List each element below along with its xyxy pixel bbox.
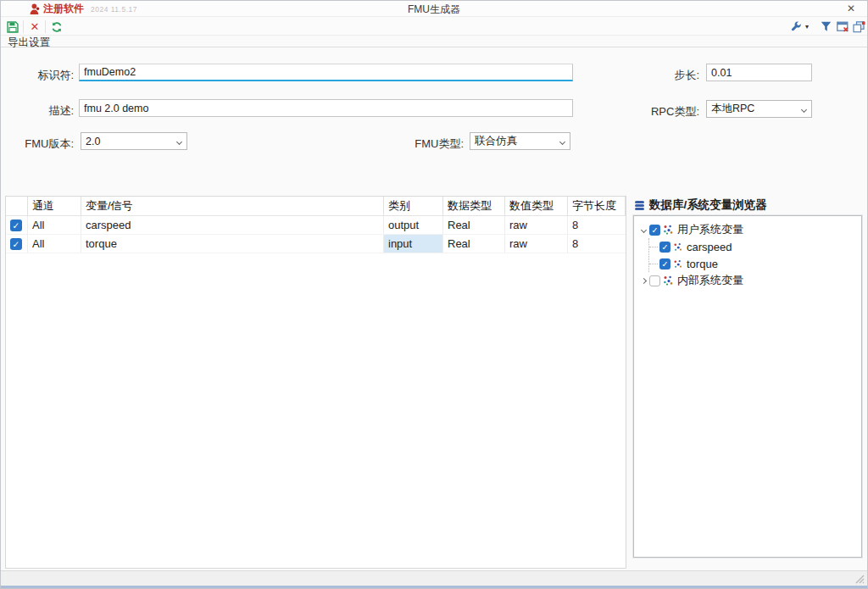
save-button[interactable]	[5, 19, 20, 34]
filter-icon	[821, 21, 832, 32]
chevron-down-icon	[176, 139, 182, 145]
header-checkbox-cell	[6, 197, 28, 215]
tree-item-user-variables[interactable]: ✓ 用户系统变量	[637, 221, 858, 238]
tree-checkbox[interactable]: ✓	[649, 275, 660, 286]
variables-table: 通道 变量/信号 类别 数据类型 数值类型 字节长度 ✓ All carspee…	[5, 196, 626, 569]
rpc-type-value: 本地RPC	[711, 102, 754, 116]
close-button[interactable]: ✕	[843, 2, 859, 15]
tree-item-label: carspeed	[687, 241, 732, 253]
identifier-input[interactable]	[79, 64, 573, 81]
step-label: 步长:	[642, 68, 699, 83]
delete-button[interactable]: ✕	[27, 19, 42, 34]
tree-item-label: 用户系统变量	[677, 222, 743, 237]
tree-checkbox[interactable]: ✓	[649, 225, 660, 236]
cell-channel: All	[28, 216, 81, 234]
titlebar: 注册软件 2024 11.5.17 FMU生成器 ✕	[1, 1, 867, 17]
column-header-byte-length[interactable]: 字节长度	[568, 197, 626, 215]
window-title: FMU生成器	[1, 3, 867, 17]
cell-data-type: Real	[443, 235, 505, 253]
table-row[interactable]: ✓ All carspeed output Real raw 8	[6, 216, 626, 235]
chevron-down-icon: ▾	[805, 23, 809, 31]
variable-group-icon	[663, 275, 673, 286]
cell-byte-length: 8	[568, 216, 626, 234]
copy-icon	[853, 21, 865, 33]
column-header-category[interactable]: 类别	[384, 197, 443, 215]
cell-variable: torque	[81, 235, 384, 253]
toolbar: ✕ ▾	[1, 18, 867, 36]
cell-data-type: Real	[443, 216, 505, 234]
refresh-icon	[51, 21, 63, 33]
tree-item-internal-variables[interactable]: ✓ 内部系统变量	[637, 272, 858, 289]
window-bottom-edge	[1, 586, 867, 589]
description-label: 描述:	[9, 103, 74, 119]
cell-channel: All	[28, 235, 81, 253]
cell-value-type: raw	[505, 235, 568, 253]
column-header-variable[interactable]: 变量/信号	[81, 197, 384, 215]
cell-value-type: raw	[505, 216, 568, 234]
row-checkbox-cell: ✓	[6, 216, 28, 234]
chevron-down-icon	[801, 107, 807, 113]
dock-header: 导出设置	[1, 36, 867, 47]
tree-connector	[649, 264, 658, 264]
filter-button[interactable]	[818, 19, 833, 34]
variable-browser-header: 数据库/系统变量浏览器	[634, 197, 862, 214]
chevron-down-icon	[640, 226, 646, 232]
tree-item-label: torque	[687, 258, 718, 270]
fmu-generator-window: 注册软件 2024 11.5.17 FMU生成器 ✕ ✕	[0, 0, 868, 589]
column-header-value-type[interactable]: 数值类型	[505, 197, 568, 215]
column-header-channel[interactable]: 通道	[28, 197, 81, 215]
cell-category-selected: input	[384, 235, 443, 253]
cell-category: output	[384, 216, 443, 234]
table-row[interactable]: ✓ All torque input Real raw 8	[6, 235, 626, 253]
column-header-data-type[interactable]: 数据类型	[443, 197, 505, 215]
wrench-icon	[790, 21, 802, 33]
fmu-type-label: FMU类型:	[399, 136, 464, 152]
tree-item-label: 内部系统变量	[677, 273, 743, 288]
database-icon	[634, 200, 645, 211]
copy-button[interactable]	[851, 19, 866, 34]
delete-icon: ✕	[31, 21, 40, 32]
row-checkbox[interactable]: ✓	[10, 219, 22, 231]
tree-connector	[649, 247, 658, 247]
tree-item-torque[interactable]: ✓ torque	[649, 255, 858, 272]
refresh-button[interactable]	[49, 19, 64, 34]
row-checkbox[interactable]: ✓	[10, 238, 22, 250]
identifier-label: 标识符:	[9, 68, 74, 83]
tools-dropdown-button[interactable]: ▾	[802, 19, 812, 34]
tree-checkbox[interactable]: ✓	[659, 242, 670, 253]
fmu-type-value: 联合仿真	[475, 134, 517, 148]
status-bar	[1, 570, 867, 586]
fmu-version-label: FMU版本:	[9, 136, 74, 152]
rpc-type-select[interactable]: 本地RPC	[706, 100, 812, 118]
fmu-type-select[interactable]: 联合仿真	[470, 132, 570, 150]
step-input[interactable]	[706, 64, 812, 81]
row-checkbox-cell: ✓	[6, 235, 28, 253]
description-input[interactable]	[79, 99, 573, 117]
export-settings-form: 标识符: 步长: 描述: RPC类型: 本地RPC FMU版本: 2.0 FMU…	[1, 48, 867, 194]
variable-browser-title: 数据库/系统变量浏览器	[649, 197, 767, 213]
chevron-down-icon	[559, 139, 565, 145]
cell-byte-length: 8	[568, 235, 626, 253]
cell-variable: carspeed	[81, 216, 384, 234]
expander-toggle[interactable]	[637, 228, 649, 232]
tree-checkbox[interactable]: ✓	[659, 258, 670, 269]
variable-group-icon	[663, 225, 673, 235]
resize-grip[interactable]	[854, 574, 865, 584]
toolbar-separator	[23, 20, 24, 33]
chevron-right-icon	[640, 277, 646, 283]
toolbar-separator	[45, 20, 46, 33]
remove-view-icon	[837, 21, 849, 33]
save-icon	[7, 21, 19, 33]
table-header-row: 通道 变量/信号 类别 数据类型 数值类型 字节长度	[6, 197, 626, 216]
tree-children: ✓ carspeed ✓	[648, 238, 858, 272]
fmu-version-value: 2.0	[86, 136, 100, 147]
expander-toggle[interactable]	[637, 279, 649, 283]
remove-view-button[interactable]	[835, 19, 850, 34]
variable-icon	[673, 259, 682, 269]
fmu-version-select[interactable]: 2.0	[81, 132, 187, 150]
rpc-type-label: RPC类型:	[633, 104, 699, 119]
variable-icon	[673, 242, 682, 252]
tree-item-carspeed[interactable]: ✓ carspeed	[649, 238, 858, 255]
variable-tree: ✓ 用户系统变量 ✓	[633, 215, 862, 558]
